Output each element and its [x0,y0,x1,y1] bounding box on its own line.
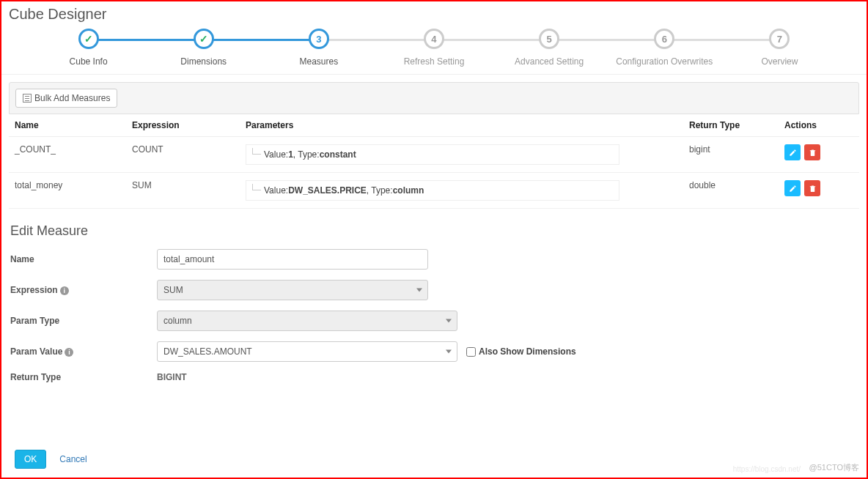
table-row: _COUNT_ COUNT Value:1, Type:constant big… [9,137,859,173]
page-title: Cube Designer [1,1,867,29]
step-dimensions[interactable]: ✓ Dimensions [146,29,261,67]
info-icon[interactable]: i [60,286,69,295]
param-type-label: Param Type [10,316,157,326]
cancel-button[interactable]: Cancel [59,454,87,464]
col-expression: Expression [126,114,240,137]
info-icon[interactable]: i [65,348,73,357]
measures-table: Name Expression Parameters Return Type A… [9,114,859,209]
col-parameters: Parameters [240,114,683,137]
toolbar: Bulk Add Measures [9,82,859,114]
name-label: Name [10,254,157,264]
step-advanced[interactable]: 5 Advanced Setting [492,29,607,67]
step-measures[interactable]: 3 Measures [261,29,376,67]
param-cell: Value:1, Type:constant [246,144,619,165]
watermark-url: https://blog.csdn.net/ [733,465,801,473]
param-type-select[interactable]: column [157,311,457,331]
return-type-value: BIGINT [157,372,187,382]
edit-button[interactable] [784,180,801,196]
step-config[interactable]: 6 Configuration Overwrites [607,29,722,67]
return-type-label: Return Type [10,372,157,382]
edit-measure-form: Edit Measure Name Expressioni SUM Param … [1,216,867,400]
table-row: total_money SUM Value:DW_SALES.PRICE, Ty… [9,173,859,209]
ok-button[interactable]: OK [15,450,46,469]
list-icon [23,94,32,103]
stepper: ✓ Cube Info ✓ Dimensions 3 Measures 4 Re… [1,29,867,75]
param-value-select[interactable]: DW_SALES.AMOUNT [157,341,457,362]
step-overview[interactable]: 7 Overview [722,29,837,67]
also-show-dimensions-checkbox[interactable]: Also Show Dimensions [466,346,576,357]
step-refresh[interactable]: 4 Refresh Setting [376,29,491,67]
delete-button[interactable] [804,180,820,196]
edit-title: Edit Measure [10,223,858,239]
expression-label: Expressioni [10,285,157,295]
col-return: Return Type [683,114,779,137]
bulk-add-button[interactable]: Bulk Add Measures [15,89,117,108]
delete-button[interactable] [804,144,820,160]
name-input[interactable] [157,249,428,270]
expression-select[interactable]: SUM [157,280,428,300]
col-actions: Actions [779,114,859,137]
step-cube-info[interactable]: ✓ Cube Info [31,29,146,67]
param-cell: Value:DW_SALES.PRICE, Type:column [246,180,619,201]
check-icon: ✓ [199,33,208,45]
watermark: @51CTO博客 [809,462,859,473]
col-name: Name [9,114,126,137]
param-value-label: Param Valuei [10,346,157,357]
check-icon: ✓ [84,33,93,45]
edit-button[interactable] [784,144,801,160]
